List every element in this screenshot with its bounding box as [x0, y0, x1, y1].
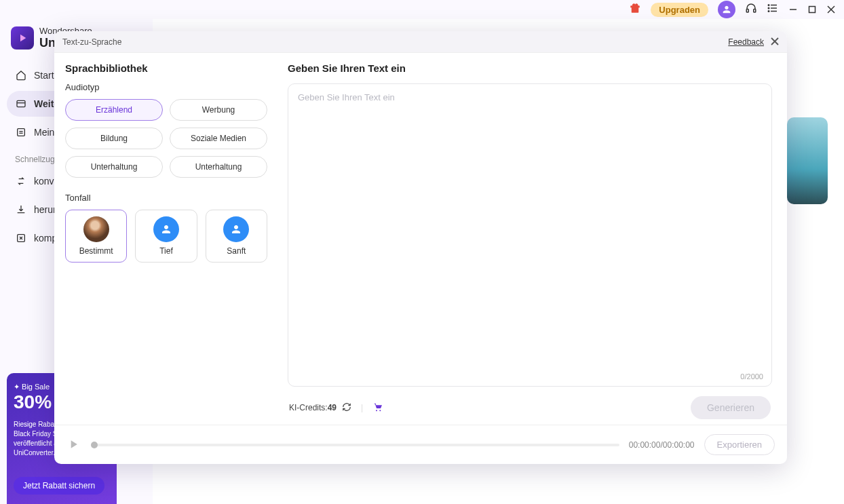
player-bar: 00:00:00/00:00:00 Exportieren	[54, 425, 787, 464]
menu-list-icon[interactable]	[767, 2, 779, 17]
tone-row: Bestimmt Tief Sanft	[65, 210, 267, 263]
time-label: 00:00:00/00:00:00	[629, 440, 695, 450]
person-icon	[223, 216, 249, 242]
text-box: 0/2000	[288, 83, 772, 387]
svg-point-6	[768, 7, 769, 9]
progress-track[interactable]	[91, 444, 619, 446]
tone-card-bestimmt[interactable]: Bestimmt	[65, 210, 127, 263]
tone-label-text: Bestimmt	[79, 246, 113, 256]
pill-entertainment-1[interactable]: Unterhaltung	[65, 156, 163, 178]
tone-label: Tonfall	[65, 193, 267, 203]
download-icon	[15, 203, 27, 216]
pill-narrative[interactable]: Erzählend	[65, 99, 163, 121]
tts-modal: Text-zu-Sprache Feedback Sprachbibliothe…	[54, 31, 787, 464]
pill-entertainment-2[interactable]: Unterhaltung	[170, 156, 267, 178]
home-icon	[15, 69, 27, 81]
svg-point-7	[768, 11, 769, 12]
refresh-icon[interactable]	[342, 402, 351, 414]
tone-label-text: Tief	[159, 246, 173, 256]
close-icon[interactable]	[771, 37, 779, 47]
library-heading: Sprachbibliothek	[65, 62, 267, 74]
text-input-panel: Geben Sie Ihren Text ein 0/2000 KI-Credi…	[278, 53, 787, 425]
pill-advertising[interactable]: Werbung	[170, 99, 267, 121]
person-icon	[153, 216, 179, 242]
progress-handle[interactable]	[91, 442, 98, 448]
svg-rect-12	[17, 100, 25, 106]
brand-logo-icon	[11, 26, 34, 50]
svg-point-21	[380, 410, 381, 411]
convert-icon	[15, 175, 27, 187]
gift-icon[interactable]	[629, 2, 641, 18]
voice-library-panel: Sprachbibliothek Audiotyp Erzählend Werb…	[54, 53, 278, 425]
credits-row: KI-Credits:49 | Generieren	[288, 387, 772, 425]
files-icon	[15, 126, 27, 138]
export-button[interactable]: Exportieren	[704, 434, 775, 455]
svg-rect-0	[746, 9, 748, 13]
pill-social[interactable]: Soziale Medien	[170, 128, 267, 149]
promo-cta-button[interactable]: Jetzt Rabatt sichern	[14, 477, 104, 495]
compress-icon	[15, 232, 27, 244]
svg-rect-14	[18, 129, 25, 136]
feedback-link[interactable]: Feedback	[728, 37, 764, 47]
maximize-icon[interactable]	[807, 5, 817, 14]
tone-label-text: Sanft	[227, 246, 246, 256]
svg-rect-9	[809, 7, 816, 13]
svg-rect-1	[754, 9, 756, 13]
credits-label: KI-Credits:49	[289, 403, 337, 412]
upgrade-button[interactable]: Upgraden	[651, 3, 708, 17]
svg-point-5	[768, 5, 769, 6]
audiotype-grid: Erzählend Werbung Bildung Soziale Medien…	[65, 99, 267, 178]
pill-education[interactable]: Bildung	[65, 128, 163, 149]
close-window-icon[interactable]	[826, 5, 836, 14]
cart-icon[interactable]	[372, 402, 383, 414]
char-count: 0/2000	[740, 372, 763, 381]
preview-thumbnail[interactable]	[787, 117, 828, 204]
audiotype-label: Audiotyp	[65, 82, 267, 92]
tools-icon	[15, 98, 27, 110]
tone-card-sanft[interactable]: Sanft	[206, 210, 267, 263]
titlebar: Upgraden	[0, 0, 844, 19]
text-heading: Geben Sie Ihren Text ein	[288, 62, 772, 74]
headset-icon[interactable]	[745, 2, 757, 17]
avatar-icon	[83, 216, 109, 242]
modal-header: Text-zu-Sprache Feedback	[54, 31, 787, 53]
account-icon[interactable]	[718, 1, 735, 18]
text-input[interactable]	[298, 92, 762, 378]
play-icon[interactable]	[66, 438, 81, 452]
tone-card-tief[interactable]: Tief	[135, 210, 197, 263]
svg-point-20	[376, 410, 377, 411]
generate-button[interactable]: Generieren	[691, 396, 771, 419]
minimize-icon[interactable]	[788, 5, 798, 14]
modal-title: Text-zu-Sprache	[62, 37, 121, 47]
